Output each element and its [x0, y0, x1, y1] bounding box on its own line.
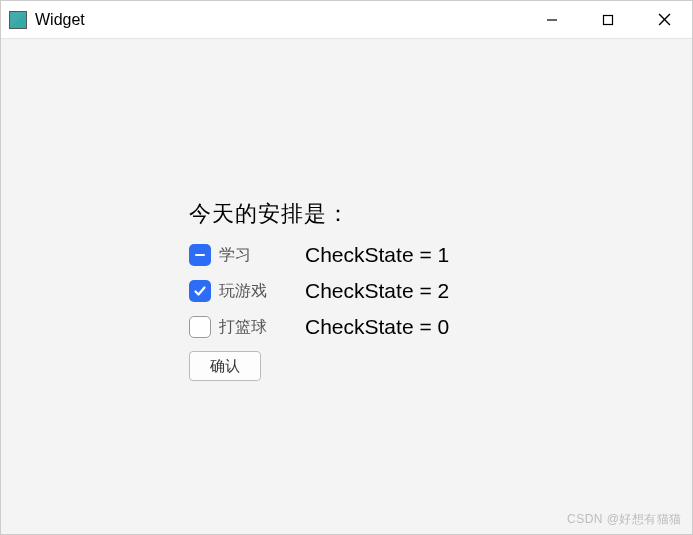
state-label-study: CheckState = 1	[305, 243, 449, 267]
option-row: 打篮球 CheckState = 0	[189, 315, 449, 339]
checkbox-basketball[interactable]	[189, 316, 211, 338]
state-label-game: CheckState = 2	[305, 279, 449, 303]
checkbox-study-label: 学习	[219, 245, 251, 266]
checkbox-game[interactable]	[189, 280, 211, 302]
heading-label: 今天的安排是：	[189, 199, 449, 229]
checkbox-study-group[interactable]: 学习	[189, 244, 299, 266]
window-title: Widget	[35, 11, 85, 29]
window-frame: Widget 今天的安排是： 学习 CheckState = 1	[0, 0, 693, 535]
checkbox-game-label: 玩游戏	[219, 281, 267, 302]
checkbox-game-group[interactable]: 玩游戏	[189, 280, 299, 302]
option-row: 玩游戏 CheckState = 2	[189, 279, 449, 303]
maximize-button[interactable]	[580, 1, 636, 39]
minimize-button[interactable]	[524, 1, 580, 39]
checkbox-basketball-label: 打篮球	[219, 317, 267, 338]
option-row: 学习 CheckState = 1	[189, 243, 449, 267]
confirm-button[interactable]: 确认	[189, 351, 261, 381]
watermark-text: CSDN @好想有猫猫	[567, 511, 682, 528]
checkbox-basketball-group[interactable]: 打篮球	[189, 316, 299, 338]
confirm-button-label: 确认	[210, 357, 240, 376]
app-icon	[9, 11, 27, 29]
close-button[interactable]	[636, 1, 692, 39]
svg-rect-1	[604, 15, 613, 24]
state-label-basketball: CheckState = 0	[305, 315, 449, 339]
checkbox-study[interactable]	[189, 244, 211, 266]
content-area: 今天的安排是： 学习 CheckState = 1 玩游戏 CheckState…	[1, 39, 692, 534]
form-area: 今天的安排是： 学习 CheckState = 1 玩游戏 CheckState…	[189, 199, 449, 381]
titlebar: Widget	[1, 1, 692, 39]
